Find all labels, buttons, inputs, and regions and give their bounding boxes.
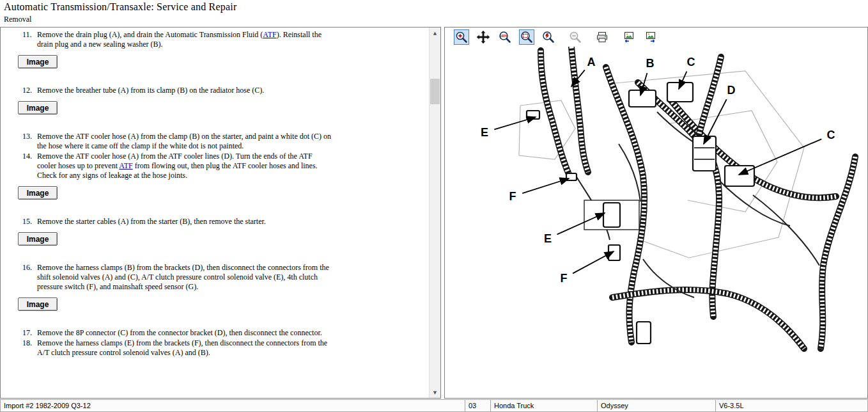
zoom-dynamic-icon[interactable]: [541, 29, 556, 45]
scrollbar-thumb[interactable]: [430, 79, 440, 104]
procedure-step: 17.Remove the 8P connector (C) from the …: [22, 328, 430, 338]
pan-icon[interactable]: [476, 29, 491, 45]
status-engine: V6-3.5L: [715, 399, 868, 412]
print-icon[interactable]: [594, 29, 610, 45]
callout-label: E: [544, 232, 552, 245]
step-number: 12.: [22, 86, 37, 95]
procedure-steps: 11.Remove the drain plug (A), and drain …: [1, 28, 430, 398]
section-subtitle: Removal: [4, 15, 31, 24]
graphic-toolbar: 100%: [445, 28, 867, 47]
status-make: Honda Truck: [490, 399, 598, 412]
step-number: 15.: [22, 217, 37, 226]
step-number: 13.: [22, 132, 37, 151]
procedure-step: 11.Remove the drain plug (A), and drain …: [22, 30, 430, 49]
step-text: Remove the drain plug (A), and drain the…: [37, 30, 332, 49]
step-number: 11.: [22, 30, 37, 49]
next-image-icon[interactable]: [643, 29, 658, 45]
step-text: Remove the breather tube (A) from its cl…: [37, 86, 332, 95]
step-text: Remove the ATF cooler hose (A) from the …: [37, 132, 332, 151]
callout-label: A: [587, 56, 596, 68]
callout-label: C: [827, 129, 835, 141]
zoom-window-icon[interactable]: [519, 29, 534, 45]
atf-glossary-link[interactable]: ATF: [263, 30, 276, 39]
scroll-down-button[interactable]: ▼: [430, 387, 440, 398]
status-bar: Import #2 1982-2009 Q3-12 03 Honda Truck…: [0, 399, 868, 412]
harness-diagram-image[interactable]: ABCDCEFEF: [445, 47, 867, 398]
scroll-up-button[interactable]: ▲: [430, 28, 440, 38]
step-number: 16.: [22, 263, 37, 292]
callout-label: F: [509, 190, 516, 203]
callout-label: D: [727, 84, 736, 97]
page-title: Automatic Transmission/Transaxle: Servic…: [4, 1, 236, 13]
callout-arrow: [494, 117, 536, 129]
callout-arrow: [573, 251, 614, 273]
callout-arrow: [522, 178, 569, 193]
page-header: Automatic Transmission/Transaxle: Servic…: [0, 0, 868, 27]
status-code: 03: [465, 399, 491, 412]
callout-label: C: [687, 56, 695, 68]
callout-arrow: [739, 139, 821, 175]
procedure-step: 18.Remove the harness clamps (E) from th…: [22, 338, 430, 358]
step-number: 17.: [22, 328, 37, 338]
image-button[interactable]: Image: [18, 297, 58, 311]
status-model: Odyssey: [597, 399, 716, 412]
image-button[interactable]: Image: [18, 232, 58, 246]
step-text: Remove the starter cables (A) from the s…: [37, 217, 332, 226]
image-button[interactable]: Image: [18, 55, 58, 68]
graphic-viewer-panel: 100%: [444, 27, 868, 399]
procedure-step: 16.Remove the harness clamps (B) from th…: [22, 263, 430, 292]
status-import: Import #2 1982-2009 Q3-12: [0, 399, 465, 412]
zoom-in-icon[interactable]: [454, 29, 469, 45]
step-text: Remove the harness clamps (B) from the b…: [37, 263, 332, 292]
procedure-text-panel: 11.Remove the drain plug (A), and drain …: [0, 27, 441, 399]
step-text: Remove the 8P connector (C) from the con…: [37, 328, 332, 338]
left-scrollbar[interactable]: ▲ ▼: [429, 28, 440, 398]
callout-label: F: [561, 272, 568, 285]
previous-image-icon[interactable]: [621, 29, 637, 45]
image-button[interactable]: Image: [18, 101, 58, 115]
step-number: 18.: [22, 338, 37, 358]
step-text: Remove the harness clamps (E) from the b…: [37, 338, 332, 358]
procedure-step: 12.Remove the breather tube (A) from its…: [22, 86, 430, 95]
callout-label: B: [646, 57, 655, 70]
atf-glossary-link[interactable]: ATF: [119, 161, 132, 170]
diagram-artwork: ABCDCEFEF: [445, 47, 867, 398]
procedure-step: 13.Remove the ATF cooler hose (A) from t…: [22, 132, 430, 151]
procedure-step: 15.Remove the starter cables (A) from th…: [22, 217, 430, 226]
step-number: 14.: [22, 152, 37, 180]
zoom-out-icon: [568, 29, 583, 45]
step-text: Remove the ATF cooler hose (A) from the …: [37, 152, 332, 180]
image-button[interactable]: Image: [18, 186, 58, 200]
callout-label: E: [481, 126, 488, 139]
svg-text:100%: 100%: [500, 35, 508, 38]
procedure-step: 14.Remove the ATF cooler hose (A) from t…: [22, 152, 430, 180]
zoom-100-icon[interactable]: 100%: [497, 29, 513, 45]
